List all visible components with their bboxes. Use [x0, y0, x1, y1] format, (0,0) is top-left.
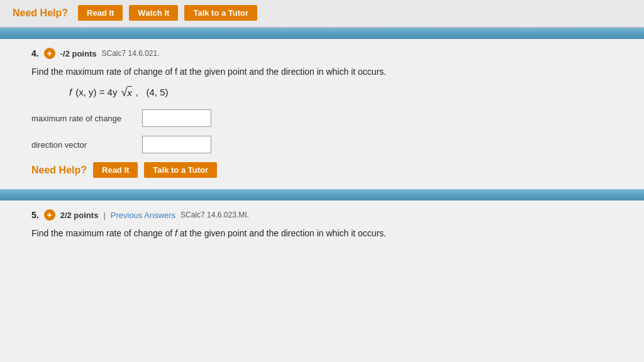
need-help-label-top: Need Help? [13, 8, 68, 19]
question-5-number: 5. [31, 210, 39, 220]
problem-code-q5: SCalc7 14.6.023.MI. [180, 211, 249, 219]
question-4-number: 4. [31, 48, 39, 58]
points-q4: -/2 points [60, 49, 97, 58]
plus-icon-q4: + [44, 48, 55, 59]
question-4-text: Find the maximum rate of change of f at … [31, 65, 625, 79]
question-5-text: Find the maximum rate of change of f at … [31, 227, 625, 240]
direction-vector-input[interactable] [142, 136, 211, 153]
max-rate-label: maximum rate of change [31, 114, 132, 123]
points-q5: 2/2 points [60, 211, 99, 220]
previous-answers-q5[interactable]: Previous Answers [111, 211, 175, 220]
section-divider-bottom [0, 189, 644, 200]
talk-to-tutor-button-q4[interactable]: Talk to a Tutor [144, 162, 217, 178]
separator-q5: | [103, 211, 105, 220]
talk-to-tutor-button-top[interactable]: Talk to a Tutor [184, 5, 257, 21]
read-it-button-q4[interactable]: Read It [93, 162, 138, 178]
need-help-label-q4: Need Help? [31, 165, 87, 176]
read-it-button-top[interactable]: Read It [78, 5, 123, 21]
max-rate-input[interactable] [142, 109, 211, 127]
plus-icon-q5: + [44, 209, 55, 221]
direction-vector-label: direction vector [31, 140, 132, 150]
math-formula-q4: f(x, y) = 4yx, (4, 5) [69, 86, 625, 98]
problem-code-q4: SCalc7 14.6.021. [101, 49, 159, 58]
section-divider-top [0, 28, 644, 39]
watch-it-button-top[interactable]: Watch It [129, 5, 178, 21]
